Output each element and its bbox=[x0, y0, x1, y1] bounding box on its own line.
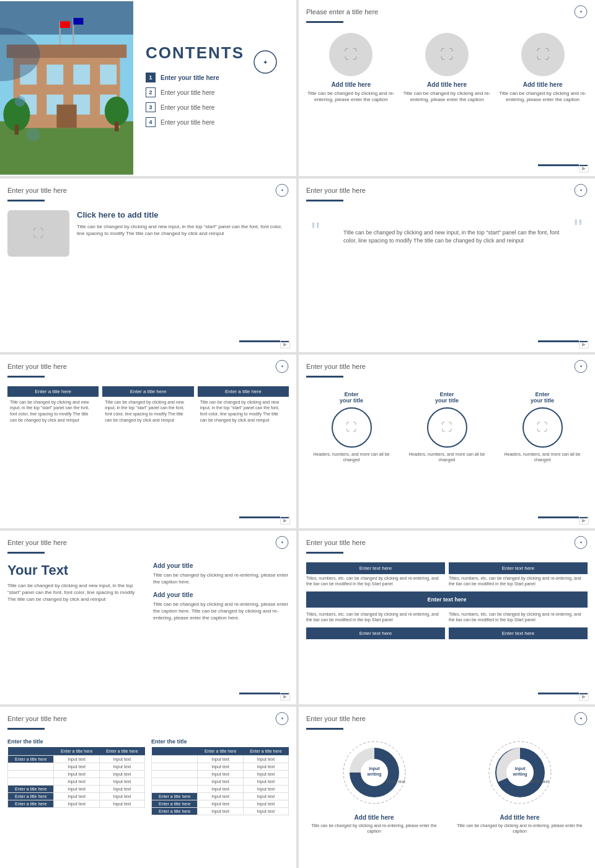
accent-line bbox=[306, 552, 343, 554]
grid-desc-top-left: Titles, numbers, etc. can be changed by … bbox=[306, 574, 445, 588]
table-row: Enter a title here Input text Input text bbox=[152, 807, 289, 815]
cell[interactable]: Input text bbox=[243, 792, 288, 800]
image-placeholder-icon-1: ⛶ bbox=[344, 46, 358, 63]
cell[interactable]: Input text bbox=[99, 763, 144, 770]
img-card-title-3[interactable]: Add title here bbox=[523, 81, 563, 88]
grid-btn-center[interactable]: Enter text here bbox=[306, 591, 588, 608]
cell[interactable]: Input text bbox=[54, 792, 99, 800]
row-header[interactable]: Enter a title here bbox=[8, 755, 54, 763]
img-card-title-1[interactable]: Add title here bbox=[331, 81, 371, 88]
circle-img-2: ⛶ bbox=[427, 407, 467, 448]
cell[interactable]: Input text bbox=[243, 785, 288, 792]
grid-btn-bottom-left[interactable]: Enter text here bbox=[306, 627, 445, 639]
table-row: Enter a title here Input text Input text bbox=[8, 800, 145, 807]
cell[interactable]: Input text bbox=[99, 755, 144, 763]
cell[interactable]: Input text bbox=[243, 807, 288, 815]
cell[interactable]: Input text bbox=[243, 777, 288, 785]
page-number: ▶ bbox=[280, 516, 290, 525]
circle-title-3[interactable]: Enteryour title bbox=[531, 391, 554, 404]
cell[interactable]: Input text bbox=[198, 785, 243, 792]
row-header[interactable]: Enter a title here bbox=[8, 792, 54, 800]
logo-area: ✦ bbox=[253, 50, 278, 77]
cell[interactable]: Input text bbox=[54, 755, 99, 763]
cell[interactable]: Input text bbox=[54, 770, 99, 777]
col-header-2-1[interactable]: Enter a title here bbox=[198, 747, 243, 756]
cell[interactable]: Input text bbox=[99, 792, 144, 800]
col-header-1-2[interactable]: Enter a title here bbox=[99, 747, 144, 756]
slide-three-boxes: Enter your title here ✦ Enter a title he… bbox=[0, 355, 296, 528]
cell bbox=[8, 763, 54, 770]
grid-btn-top-left[interactable]: Enter text here bbox=[306, 562, 445, 574]
svg-text:✦: ✦ bbox=[281, 365, 284, 368]
box-header-2[interactable]: Enter a title here bbox=[102, 386, 193, 397]
slide-8-content: Enter text here Titles, numbers, etc. ca… bbox=[299, 559, 595, 643]
cell[interactable]: Input text bbox=[198, 755, 243, 763]
click-title[interactable]: Click here to add title bbox=[77, 210, 289, 219]
col-header-empty bbox=[152, 747, 198, 756]
right-section-title-1[interactable]: Add your title bbox=[153, 562, 289, 569]
cell[interactable]: Input text bbox=[198, 770, 243, 777]
pie-2-title[interactable]: Add title here bbox=[500, 814, 540, 821]
box-body-1: Title can be changed by clicking and new… bbox=[7, 397, 99, 426]
cell[interactable]: Input text bbox=[198, 800, 243, 807]
cell[interactable]: Input text bbox=[243, 800, 288, 807]
quote-text[interactable]: Title can be changed by clicking and new… bbox=[343, 229, 563, 246]
svg-text:Enter text: Enter text bbox=[531, 779, 549, 784]
slide-5-header: Enter your title here ✦ bbox=[0, 355, 296, 376]
table-row: Input text Input text bbox=[152, 755, 289, 763]
right-section-title-2[interactable]: Add your title bbox=[153, 591, 289, 598]
img-card-title-2[interactable]: Add title here bbox=[427, 81, 467, 88]
grid-btn-bottom-right[interactable]: Enter text here bbox=[449, 627, 588, 639]
row-header[interactable]: Enter a title here bbox=[152, 807, 198, 815]
slide-2-content: ⛶ Add title here Title can be changed by… bbox=[299, 28, 595, 108]
cell[interactable]: Input text bbox=[198, 777, 243, 785]
slide-6-header: Enter your title here ✦ bbox=[299, 355, 595, 376]
cell[interactable]: Input text bbox=[54, 763, 99, 770]
circle-img-1: ⛶ bbox=[332, 407, 372, 448]
cell[interactable]: Input text bbox=[198, 763, 243, 770]
cell[interactable]: Input text bbox=[243, 763, 288, 770]
svg-text:writing: writing bbox=[512, 772, 527, 777]
col-header-1-1[interactable]: Enter a title here bbox=[54, 747, 99, 756]
box-header-1[interactable]: Enter a title here bbox=[7, 386, 99, 397]
toc-item-2[interactable]: 2 Enter your title here bbox=[146, 87, 284, 97]
cell[interactable]: Input text bbox=[99, 800, 144, 807]
circle-placeholder-2: ⛶ bbox=[441, 421, 452, 434]
pie-1-desc: Title can be changed by clicking and re-… bbox=[306, 823, 442, 834]
grid-btn-top-right[interactable]: Enter text here bbox=[449, 562, 588, 574]
quote-content: " Title can be changed by clicking and n… bbox=[299, 206, 595, 265]
img-card-desc-3: Title can be changed by clicking and re-… bbox=[498, 91, 588, 104]
circle-col-2: Enteryour title ⛶ Headers, numbers, and … bbox=[402, 391, 492, 463]
row-header[interactable]: Enter a title here bbox=[8, 785, 54, 792]
cell[interactable]: Input text bbox=[243, 770, 288, 777]
slide-quote: Enter your title here ✦ " Title can be c… bbox=[299, 179, 595, 352]
box-header-3[interactable]: Enter a title here bbox=[198, 386, 289, 397]
svg-text:input: input bbox=[369, 766, 380, 771]
row-header[interactable]: Enter a title here bbox=[152, 800, 198, 807]
toc-number-3: 3 bbox=[146, 102, 156, 112]
accent-line bbox=[7, 552, 45, 554]
toc-item-3[interactable]: 3 Enter your title here bbox=[146, 102, 284, 112]
circle-title-1[interactable]: Enteryour title bbox=[340, 391, 363, 404]
cell[interactable]: Input text bbox=[198, 807, 243, 815]
accent-line bbox=[306, 21, 343, 23]
cell[interactable]: Input text bbox=[99, 785, 144, 792]
img-circle-3: ⛶ bbox=[521, 33, 565, 76]
row-header[interactable]: Enter a title here bbox=[152, 792, 198, 800]
circle-title-2[interactable]: Enteryour title bbox=[435, 391, 459, 404]
cell[interactable]: Input text bbox=[54, 785, 99, 792]
image-placeholder-icon-2: ⛶ bbox=[440, 46, 454, 63]
cell[interactable]: Input text bbox=[243, 755, 288, 763]
cell[interactable]: Input text bbox=[99, 777, 144, 785]
your-text-big[interactable]: Your Text bbox=[7, 562, 143, 578]
cell[interactable]: Input text bbox=[198, 792, 243, 800]
cell[interactable]: Input text bbox=[54, 800, 99, 807]
cell[interactable]: Input text bbox=[99, 770, 144, 777]
toc-item-4[interactable]: 4 Enter your title here bbox=[146, 117, 284, 127]
pie-1-title[interactable]: Add title here bbox=[355, 814, 394, 821]
col-header-2-2[interactable]: Enter a title here bbox=[243, 747, 288, 756]
two-col: ⛶ Click here to add title Title can be c… bbox=[7, 210, 289, 257]
cell[interactable]: Input text bbox=[54, 777, 99, 785]
svg-text:✦: ✦ bbox=[281, 717, 284, 720]
row-header[interactable]: Enter a title here bbox=[8, 800, 54, 807]
